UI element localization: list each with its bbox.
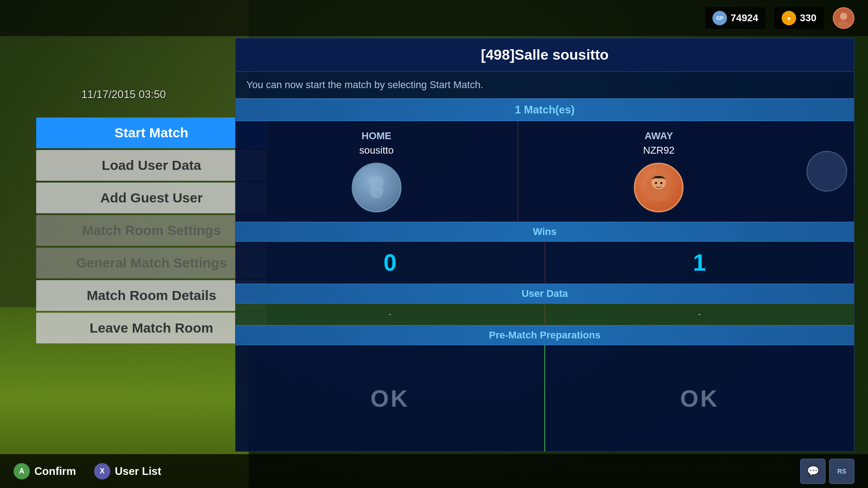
coin-icon: ● [782, 11, 796, 25]
players-section: HOME sousitto AWAY NZR92 [236, 121, 854, 222]
menu-add-guest-user[interactable]: Add Guest User [36, 183, 267, 213]
prematch-bar: Pre-Match Preparations [236, 325, 854, 345]
bottom-right-icons: 💬 RS [800, 459, 854, 484]
confirm-label: Confirm [34, 465, 76, 478]
scores-section: 0 1 [236, 242, 854, 284]
menu-load-user-data[interactable]: Load User Data [36, 150, 267, 181]
menu-match-room-details[interactable]: Match Room Details [36, 280, 267, 311]
rs-icon-button[interactable]: RS [829, 459, 854, 484]
svg-point-0 [840, 13, 847, 20]
left-menu: Start Match Load User Data Add Guest Use… [36, 117, 267, 343]
svg-point-5 [650, 190, 668, 201]
a-button-badge: A [14, 463, 30, 479]
panel-title: [498]Salle sousitto [236, 38, 854, 72]
placeholder-avatar [807, 151, 847, 192]
prematch-section: OK OK [236, 345, 854, 451]
home-label: HOME [362, 130, 392, 142]
away-data-col: - [545, 304, 854, 325]
away-prematch-col: OK [545, 345, 854, 451]
user-data-bar: User Data [236, 284, 854, 304]
x-button-badge: X [94, 463, 110, 479]
bottom-bar: A Confirm X User List 💬 RS [0, 454, 868, 488]
third-player-placeholder [800, 121, 854, 221]
gp-value: 74924 [731, 12, 758, 24]
home-player-name: sousitto [359, 145, 394, 156]
svg-point-1 [838, 21, 849, 26]
home-ok-text: OK [371, 385, 410, 412]
right-panel: [498]Salle sousitto You can now start th… [235, 38, 854, 452]
home-player-avatar [352, 163, 401, 212]
top-hud: GP 74924 ● 330 [0, 0, 868, 36]
menu-match-room-settings: Match Room Settings [36, 215, 267, 246]
userlist-action[interactable]: X User List [94, 463, 161, 479]
svg-point-2 [369, 176, 384, 190]
menu-leave-match-room[interactable]: Leave Match Room [36, 313, 267, 343]
away-ok-text: OK [680, 385, 719, 412]
home-wins-value: 0 [383, 249, 396, 276]
home-data-col: - [236, 304, 545, 325]
svg-point-6 [655, 182, 657, 184]
userlist-label: User List [115, 465, 161, 478]
user-data-section: - - [236, 304, 854, 325]
confirm-action[interactable]: A Confirm [14, 463, 76, 479]
datetime-display: 11/17/2015 03:50 [81, 88, 166, 101]
matches-count-bar: 1 Match(es) [236, 99, 854, 121]
user-avatar [833, 7, 854, 29]
gp-counter: GP 74924 [705, 7, 765, 29]
home-prematch-col: OK [236, 345, 545, 451]
away-score-col: 1 [545, 242, 854, 283]
svg-point-7 [660, 182, 663, 184]
panel-subtitle: You can now start the match by selecting… [236, 72, 854, 99]
coin-counter: ● 330 [774, 7, 824, 29]
home-score-col: 0 [236, 242, 545, 283]
menu-general-match-settings: General Match Settings [36, 248, 267, 278]
away-wins-value: 1 [693, 249, 706, 276]
away-player-name: NZR92 [643, 145, 675, 156]
chat-icon-button[interactable]: 💬 [800, 459, 826, 484]
gp-icon: GP [712, 11, 727, 25]
away-player-avatar [634, 163, 684, 212]
home-player-col: HOME sousitto [236, 121, 518, 221]
wins-bar: Wins [236, 222, 854, 242]
coin-value: 330 [800, 12, 816, 24]
away-label: AWAY [645, 130, 673, 142]
menu-start-match[interactable]: Start Match [36, 117, 267, 148]
away-player-col: AWAY NZR92 [518, 121, 800, 221]
